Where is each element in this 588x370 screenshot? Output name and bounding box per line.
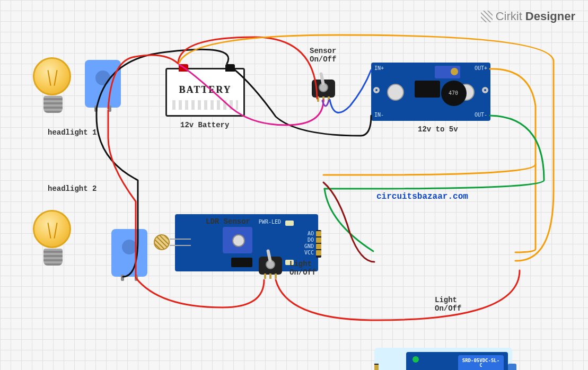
battery-positive-terminal (179, 64, 188, 72)
battery-negative-terminal (225, 64, 235, 72)
light-switch-label-1: Light (289, 260, 312, 268)
headlight-2-socket (111, 229, 147, 277)
ldr-label: LDR Sensor (206, 217, 250, 226)
watermark-text: circuitsbazaar.com (376, 192, 468, 201)
sensor-toggle-switch[interactable] (312, 68, 335, 98)
relay-pin-header (374, 364, 379, 370)
buck-converter: IN+ IN- OUT+ OUT- (371, 63, 490, 121)
relay-module: SRD-05VDC-SL-C 10A 250VAC 10A 125VAC 10A… (374, 348, 512, 370)
headlight-2-label: headlight 2 (48, 184, 96, 193)
ldr-pin-ao: AO (308, 231, 314, 236)
ldr-pin-do: DO (308, 237, 314, 243)
headlight-1-bulb (33, 57, 75, 113)
sensor-switch-label-2: On/Off (310, 55, 336, 64)
headlight-1-socket (85, 60, 121, 108)
relay-label-1: Light (435, 296, 457, 304)
ldr-pin-gnd: GND (304, 244, 314, 249)
relay-screw-terminal (508, 364, 516, 370)
brand-prefix: Cirkit (496, 10, 522, 23)
buck-out-plus: OUT+ (475, 66, 487, 71)
sensor-switch-label-1: Sensor (310, 47, 336, 55)
brand-hatch-icon (481, 11, 493, 22)
buck-in-plus: IN+ (374, 66, 384, 71)
battery-12v: BATTERY (165, 68, 245, 117)
buck-label: 12v to 5v (418, 125, 458, 134)
battery-label: 12v Battery (180, 121, 229, 129)
brand-logo: Cirkit Designer (481, 10, 575, 23)
ldr-pwr-led-label: PWR-LED (259, 219, 281, 225)
ldr-pwr-led-icon (285, 221, 294, 226)
ldr-photoresistor-icon (154, 234, 170, 250)
buck-in-minus: IN- (374, 112, 384, 118)
headlight-2-bulb (33, 210, 75, 266)
relay-label-2: On/Off (435, 304, 461, 313)
ldr-pin-vcc: VCC (304, 250, 314, 256)
relay-cube: SRD-05VDC-SL-C 10A 250VAC 10A 125VAC 10A… (458, 355, 504, 370)
ldr-potentiometer[interactable] (223, 227, 252, 253)
brand-suffix: Designer (525, 10, 575, 23)
relay-cube-top: SRD-05VDC-SL-C (461, 358, 501, 368)
light-switch-label-2: On/Off (289, 268, 316, 277)
battery-text: BATTERY (167, 84, 243, 95)
light-toggle-switch[interactable] (259, 245, 282, 275)
buck-out-minus: OUT- (475, 112, 487, 118)
headlight-1-label: headlight 1 (48, 128, 96, 137)
relay-power-led-icon (413, 356, 419, 363)
